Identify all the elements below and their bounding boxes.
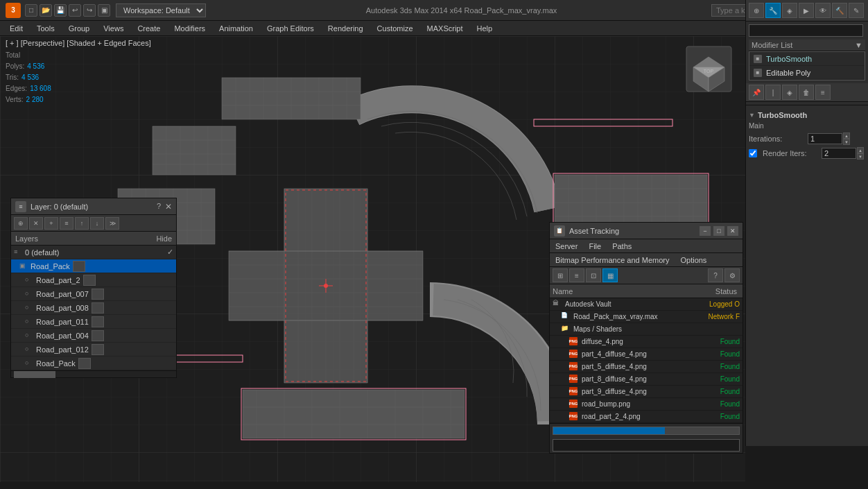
menu-create[interactable]: Create [130, 23, 167, 34]
render-iters-down[interactable]: ▼ [857, 153, 864, 160]
layer-item-road011[interactable]: ○ Road_part_011 [11, 315, 176, 329]
layers-tool-1[interactable]: ✕ [29, 217, 43, 230]
layers-tool-6[interactable]: ≫ [105, 217, 119, 230]
svg-text:TOP: TOP [704, 69, 714, 74]
asset-menu-file[interactable]: File [583, 241, 607, 252]
layers-tool-2[interactable]: + [44, 217, 58, 230]
menu-graph-editors[interactable]: Graph Editors [260, 23, 321, 34]
display-tab[interactable]: 👁 [815, 3, 831, 18]
render-icon[interactable]: ▣ [98, 4, 110, 17]
menu-group[interactable]: Group [62, 23, 97, 34]
layers-tool-0[interactable]: ⊕ [14, 217, 28, 230]
menu-rendering[interactable]: Rendering [321, 23, 370, 34]
asset-maximize-btn[interactable]: □ [713, 226, 724, 236]
menu-edit[interactable]: Edit [3, 23, 30, 34]
asset-menu-server[interactable]: Server [550, 241, 583, 252]
modifier-turbosm[interactable]: ■ TurboSmooth [749, 52, 865, 66]
object-name-field[interactable]: Road_part_011 [749, 24, 863, 37]
iterations-input[interactable] [808, 133, 842, 144]
layer-item-road2[interactable]: ○ Road_part_2 [11, 273, 176, 287]
workspace-selector[interactable]: Workspace: Default [116, 3, 206, 17]
modifier-dropdown-arrow[interactable]: ▼ [855, 41, 862, 49]
motion-tab[interactable]: ▶ [799, 3, 814, 18]
asset-submenu-options[interactable]: Options [675, 255, 712, 266]
layers-header-left: ≡ Layer: 0 (default) [15, 201, 88, 212]
asset-tool-1[interactable]: ≡ [569, 268, 584, 282]
asset-item-part9[interactable]: PNG part_9_diffuse_4.png Found [550, 386, 743, 398]
asset-item-part4[interactable]: PNG part_4_diffuse_4.png Found [550, 348, 743, 361]
save-icon[interactable]: 💾 [54, 4, 67, 17]
asset-item-max[interactable]: 📄 Road_Pack_max_vray.max Network F [550, 311, 743, 323]
stat-polys-label: Polys: [6, 61, 24, 72]
asset-settings-btn[interactable]: ⚙ [724, 268, 740, 282]
menu-tools[interactable]: Tools [30, 23, 62, 34]
pin-modifier-btn[interactable]: 📌 [749, 85, 764, 100]
hierarchy-tab[interactable]: ◈ [782, 3, 797, 18]
layers-close-btn[interactable]: ✕ [165, 202, 172, 212]
iterations-up[interactable]: ▲ [843, 132, 850, 139]
undo-icon[interactable]: ↩ [69, 4, 81, 17]
layers-scrollbar[interactable] [11, 370, 176, 377]
remove-modifier-btn[interactable]: 🗑 [799, 85, 814, 100]
new-icon[interactable]: □ [25, 4, 37, 17]
asset-submenu-bitmap[interactable]: Bitmap Performance and Memory [550, 255, 675, 266]
col-layers-label: Layers [15, 234, 38, 243]
iterations-down[interactable]: ▼ [843, 139, 850, 145]
asset-help-btn[interactable]: ? [708, 268, 723, 282]
extra-icon[interactable]: ✎ [849, 3, 864, 18]
collapse-btn[interactable]: ▼ [749, 112, 755, 119]
render-iters-spinner: ▲ ▼ [857, 147, 864, 160]
configure-sets-btn[interactable]: ≡ [815, 85, 831, 100]
utilities-tab[interactable]: 🔨 [832, 3, 847, 18]
modify-tab[interactable]: 🔧 [765, 3, 781, 18]
asset-item-vault[interactable]: 🏛 Autodesk Vault Logged O [550, 298, 743, 311]
layer-item-road004[interactable]: ○ Road_part_004 [11, 329, 176, 343]
asset-panel-header: 📋 Asset Tracking − □ ✕ [550, 223, 743, 239]
asset-close-btn[interactable]: ✕ [727, 226, 738, 236]
make-unique-btn[interactable]: ◈ [782, 85, 797, 100]
asset-progress-container [550, 423, 743, 438]
asset-item-part8[interactable]: PNG part_8_diffuse_4.png Found [550, 373, 743, 386]
layer-item-roadpack[interactable]: ▣ Road_Pack [11, 259, 176, 273]
asset-item-diffuse4[interactable]: PNG diffuse_4.png Found [550, 336, 743, 348]
layers-tool-5[interactable]: ↓ [90, 217, 104, 230]
asset-path-input[interactable] [553, 439, 740, 452]
menu-customize[interactable]: Customize [370, 23, 420, 34]
asset-item-road24[interactable]: PNG road_part_2_4.png Found [550, 411, 743, 423]
asset-tool-2[interactable]: ⊡ [586, 268, 601, 282]
render-iters-up[interactable]: ▲ [857, 147, 864, 153]
menu-animation[interactable]: Animation [212, 23, 260, 34]
asset-tool-3[interactable]: ▦ [602, 268, 618, 282]
render-iters-label: Render Iters: [763, 149, 822, 157]
asset-item-part5[interactable]: PNG part_5_diffuse_4.png Found [550, 361, 743, 373]
asset-list: 🏛 Autodesk Vault Logged O 📄 Road_Pack_ma… [550, 298, 743, 423]
asset-minimize-btn[interactable]: − [700, 226, 711, 236]
menu-modifiers[interactable]: Modifiers [167, 23, 212, 34]
menu-help[interactable]: Help [470, 23, 500, 34]
layer-item-road012[interactable]: ○ Road_part_012 [11, 343, 176, 357]
render-iters-checkbox[interactable] [749, 149, 757, 157]
asset-item-roadbump[interactable]: PNG road_bump.png Found [550, 398, 743, 411]
channel-info-btn[interactable]: | [765, 85, 781, 100]
open-icon[interactable]: 📂 [40, 4, 52, 17]
menu-maxscript[interactable]: MAXScript [420, 23, 470, 34]
layer-vis-3 [92, 289, 104, 300]
layer-item-default[interactable]: ≡ 0 (default) ✓ [11, 246, 176, 259]
layers-tool-4[interactable]: ↑ [75, 217, 89, 230]
redo-icon[interactable]: ↪ [83, 4, 96, 17]
render-iters-input[interactable] [822, 148, 856, 159]
asset-status-part4: Found [684, 350, 740, 358]
menu-bar: Edit Tools Group Views Create Modifiers … [0, 21, 868, 36]
menu-views[interactable]: Views [96, 23, 130, 34]
asset-menu-paths[interactable]: Paths [607, 241, 637, 252]
layers-tool-3[interactable]: ≡ [60, 217, 73, 230]
layer-item-roadpack2[interactable]: ○ Road_Pack [11, 357, 176, 370]
png-badge-4: PNG [569, 387, 578, 395]
layer-item-road008[interactable]: ○ Road_part_008 [11, 301, 176, 315]
asset-tool-0[interactable]: ⊞ [553, 268, 568, 282]
layers-help-btn[interactable]: ? [157, 202, 161, 212]
asset-item-maps[interactable]: 📁 Maps / Shaders [550, 323, 743, 336]
layer-item-road007[interactable]: ○ Road_part_007 [11, 287, 176, 301]
create-tab[interactable]: ⊕ [749, 3, 764, 18]
modifier-epoly[interactable]: ■ Editable Poly [749, 66, 865, 80]
